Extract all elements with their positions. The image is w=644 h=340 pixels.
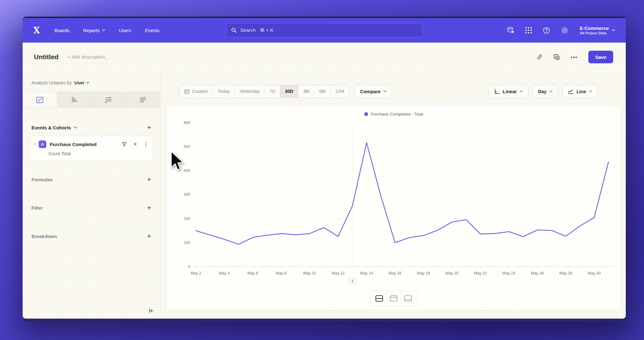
collapse-sidebar-button[interactable] <box>148 308 154 315</box>
chart-area: Custom Today Yesterday 7D 30D 3M 6M 12M … <box>160 71 626 319</box>
project-switcher[interactable]: E-Commerce All Project Data <box>580 26 615 35</box>
svg-text:May 26: May 26 <box>531 271 544 275</box>
date-range-7d[interactable]: 7D <box>264 85 280 98</box>
report-header: Untitled + Add description... <box>23 42 626 71</box>
breakdown-label: Breakdown <box>31 234 57 239</box>
svg-text:May 10: May 10 <box>303 271 316 275</box>
tab-flows[interactable] <box>92 92 126 108</box>
nav-item-boards[interactable]: Boards <box>54 28 69 33</box>
svg-text:May 6: May 6 <box>247 271 258 275</box>
event-measure-dropdown[interactable]: Count Total <box>48 151 148 156</box>
svg-text:1: 1 <box>351 279 353 283</box>
svg-text:May 18: May 18 <box>417 271 430 275</box>
svg-text:400: 400 <box>184 168 190 173</box>
layout-split-icon <box>375 295 383 302</box>
settings-gear-icon[interactable] <box>561 26 569 34</box>
logo-glyph: X <box>33 26 40 35</box>
breakdown-row: Breakdown + <box>31 233 151 239</box>
analyze-entity-dropdown[interactable]: User <box>74 80 89 85</box>
svg-text:May 4: May 4 <box>219 271 230 275</box>
svg-text:100: 100 <box>184 241 190 245</box>
nav-item-reports[interactable]: Reports <box>83 28 105 33</box>
date-range-custom[interactable]: Custom <box>180 85 213 98</box>
svg-text:May 8: May 8 <box>276 271 286 275</box>
chart-card: Purchase Completed - Total 0100200300400… <box>167 105 621 310</box>
search-icon <box>231 27 237 33</box>
chevron-down-icon <box>383 90 386 92</box>
remove-event-icon[interactable]: ✕ <box>133 141 137 147</box>
date-range-3m[interactable]: 3M <box>298 85 314 98</box>
layout-toggle-group <box>370 291 417 306</box>
event-card[interactable]: ≡ A Purchase Completed ✕ ⋮ Count Total <box>30 136 153 161</box>
svg-text:May 16: May 16 <box>389 271 402 275</box>
filter-label: Filter <box>31 205 43 211</box>
date-range-12m[interactable]: 12M <box>330 85 349 98</box>
report-actions: ••• Save <box>536 51 613 63</box>
tab-funnels[interactable] <box>57 92 92 108</box>
tab-retention[interactable] <box>126 92 160 108</box>
query-sidebar: Analyze Uniques by User <box>23 71 160 319</box>
svg-text:500: 500 <box>184 144 190 149</box>
app-logo[interactable]: X <box>33 26 40 35</box>
top-nav: X Boards Reports Users Events <box>23 18 626 42</box>
layout-chart-only-button[interactable] <box>386 292 401 305</box>
tab-insights[interactable] <box>23 92 57 108</box>
filter-funnel-icon[interactable] <box>122 142 127 147</box>
svg-text:May 20: May 20 <box>446 271 458 275</box>
project-name: E-Commerce <box>580 26 609 31</box>
event-name[interactable]: Purchase Completed <box>50 142 122 147</box>
data-management-icon[interactable] <box>507 26 515 34</box>
drag-handle-icon[interactable]: ≡ <box>34 142 37 146</box>
chart-type-dropdown[interactable]: Line <box>562 85 597 98</box>
formulas-label: Formulas <box>31 177 53 182</box>
compare-dropdown[interactable]: Compare <box>355 85 392 98</box>
chart-legend[interactable]: Purchase Completed - Total <box>167 110 620 118</box>
date-range-6m[interactable]: 6M <box>314 85 330 98</box>
apps-grid-icon[interactable] <box>525 27 532 34</box>
chevron-down-icon <box>74 127 77 128</box>
svg-text:300: 300 <box>184 192 190 197</box>
date-range-30d[interactable]: 30D <box>280 85 298 98</box>
legend-swatch <box>364 112 368 116</box>
nav-item-events[interactable]: Events <box>145 28 159 33</box>
save-button[interactable]: Save <box>588 51 613 63</box>
add-description[interactable]: + Add description... <box>67 54 109 60</box>
layout-split-button[interactable] <box>372 292 386 305</box>
line-chart-icon <box>568 88 574 94</box>
add-event-button[interactable]: + <box>147 124 151 131</box>
date-range-today[interactable]: Today <box>213 85 235 98</box>
nav-item-users[interactable]: Users <box>119 28 131 33</box>
copy-link-icon[interactable] <box>536 54 543 60</box>
trend-line-chart[interactable]: 01002003004005006001May 2May 4May 6May 8… <box>171 118 617 290</box>
chevron-down-icon <box>589 90 592 92</box>
search-input[interactable] <box>240 27 417 33</box>
date-range-selector: Custom Today Yesterday 7D 30D 3M 6M 12M <box>179 85 349 98</box>
interval-dropdown[interactable]: Day <box>533 85 558 98</box>
help-icon[interactable] <box>542 26 550 34</box>
global-search[interactable] <box>226 23 422 37</box>
svg-text:0: 0 <box>188 264 190 269</box>
scale-dropdown[interactable]: Linear <box>489 85 528 98</box>
svg-text:May 28: May 28 <box>559 271 572 275</box>
svg-text:600: 600 <box>184 121 190 125</box>
flows-curves-icon <box>105 97 112 103</box>
desktop-background: X Boards Reports Users Events <box>0 0 644 340</box>
add-filter-button[interactable]: + <box>147 205 151 211</box>
layout-top-panel-icon <box>390 295 398 302</box>
report-title[interactable]: Untitled <box>34 53 58 61</box>
app-window: X Boards Reports Users Events <box>23 17 626 319</box>
event-more-icon[interactable]: ⋮ <box>143 141 148 148</box>
add-formula-button[interactable]: + <box>147 176 151 183</box>
duplicate-icon[interactable] <box>553 54 560 60</box>
more-actions-button[interactable]: ••• <box>571 54 578 60</box>
collapse-left-icon <box>148 308 154 314</box>
formulas-row: Formulas + <box>31 176 151 183</box>
svg-text:200: 200 <box>184 217 190 221</box>
events-cohorts-dropdown[interactable]: Events & Cohorts <box>31 125 77 130</box>
chart-controls: Custom Today Yesterday 7D 30D 3M 6M 12M … <box>179 85 597 98</box>
add-breakdown-button[interactable]: + <box>147 233 151 239</box>
layout-table-only-button[interactable] <box>401 292 415 305</box>
analyze-label: Analyze Uniques by <box>31 80 72 85</box>
linear-axis-icon <box>494 88 500 94</box>
date-range-yesterday[interactable]: Yesterday <box>235 85 264 98</box>
